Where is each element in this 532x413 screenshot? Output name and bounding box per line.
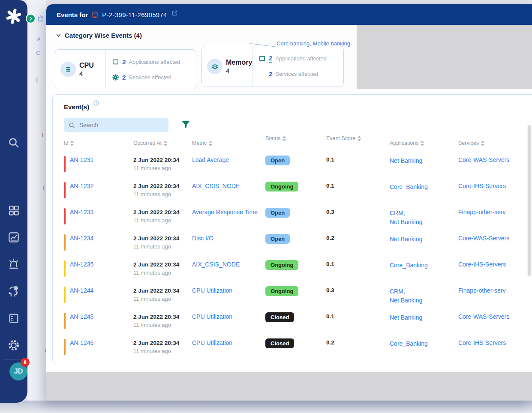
event-score: 0.3: [326, 284, 390, 310]
metric-link[interactable]: CPU Utilization: [192, 339, 232, 346]
event-id-link[interactable]: AN-1232: [70, 183, 93, 189]
status-badge: Open: [265, 208, 290, 218]
event-id-link[interactable]: AN-1231: [70, 156, 93, 163]
scrollbar-thumb[interactable]: [528, 125, 531, 276]
event-score: 0.1: [326, 179, 390, 205]
event-id-link[interactable]: AN-1245: [70, 313, 93, 320]
search-input[interactable]: [78, 121, 164, 129]
col-header-services[interactable]: Services: [458, 140, 532, 146]
services-link[interactable]: Core-WAS-Servers: [458, 156, 509, 163]
severity-bar: [64, 339, 66, 355]
card-count: 4: [79, 70, 94, 77]
metric-link[interactable]: AIX_CSIS_NODE: [192, 183, 240, 189]
applications-link[interactable]: Core_Banking: [390, 183, 428, 190]
applications-link[interactable]: Net Banking: [390, 314, 422, 321]
applications-link[interactable]: Core_Banking: [390, 262, 428, 269]
metric-link[interactable]: AIX_CSIS_NODE: [192, 261, 240, 268]
col-header-event-score[interactable]: Event Score: [326, 135, 390, 141]
app-window-icon: [112, 58, 119, 66]
sort-icon: [481, 141, 484, 146]
metric-link[interactable]: Load Average: [192, 156, 229, 163]
chart-icon: [7, 231, 20, 244]
metric-link[interactable]: Average Response Time: [192, 209, 258, 215]
event-score: 0.1: [326, 310, 390, 336]
col-header-applications[interactable]: Applications: [390, 140, 458, 146]
services-link[interactable]: Finapp-other-serv: [458, 209, 506, 215]
services-link[interactable]: Core-IHS-Servers: [458, 339, 506, 346]
table-row: AN-1244 2 Jun 2022 20:34 11 minutes ago …: [53, 284, 532, 310]
gear-icon: [7, 339, 20, 352]
category-section-toggle[interactable]: Category Wise Events (4): [56, 32, 142, 39]
event-id-link[interactable]: AN-1244: [70, 287, 93, 294]
applications-affected-label: Applications affected: [275, 55, 327, 62]
background-page-strip: A C ( I ( C: [27, 0, 46, 403]
applications-link[interactable]: Net Banking: [390, 157, 422, 164]
modal-title: Events for: [57, 11, 88, 18]
external-link-icon[interactable]: [171, 10, 178, 16]
event-id-link[interactable]: AN-1246: [70, 339, 93, 346]
category-card-cpu: CPU 4 2 Applications affected 2 Services…: [55, 49, 196, 90]
applications-affected-count[interactable]: 2: [122, 58, 126, 66]
events-modal: Events for P-2-399-11-26905974 Category …: [46, 4, 532, 401]
memory-chip-icon: [211, 63, 219, 71]
status-badge: Ongoing: [265, 260, 298, 270]
services-link[interactable]: Core-IHS-Servers: [458, 183, 506, 189]
services-affected-label: Services affected: [129, 74, 171, 81]
clipped-text: A: [37, 36, 41, 42]
applications-link[interactable]: CRM, Net Banking: [390, 209, 422, 225]
filter-funnel-icon[interactable]: [180, 119, 191, 130]
sidebar-item-alerts[interactable]: [7, 258, 20, 271]
applications-link[interactable]: Net Banking: [390, 236, 422, 242]
sort-icon: [358, 136, 361, 141]
card-name: Memory: [226, 59, 252, 66]
event-id-link[interactable]: AN-1233: [70, 209, 93, 215]
sidebar-item-insights[interactable]: [7, 285, 20, 298]
sidebar: [0, 0, 27, 403]
card-count: 4: [226, 67, 252, 74]
sidebar-item-settings[interactable]: [7, 339, 20, 352]
category-section: Category Wise Events (4) CPU 4 2: [46, 25, 357, 96]
sort-icon: [209, 141, 212, 146]
metric-link[interactable]: CPU Utilization: [192, 313, 232, 320]
occurred-at: 2 Jun 2022 20:34: [133, 156, 192, 164]
col-header-occurred-at[interactable]: Occurred At: [133, 140, 192, 146]
table-row: AN-1235 2 Jun 2022 20:34 11 minutes ago …: [53, 257, 532, 284]
table-body: AN-1231 2 Jun 2022 20:34 11 minutes ago …: [53, 153, 532, 362]
applications-link[interactable]: CRM, Net Banking: [390, 288, 422, 304]
metric-link[interactable]: Disc I/O: [192, 235, 213, 242]
event-score: 0.2: [326, 231, 390, 257]
col-header-id[interactable]: Id: [64, 140, 133, 146]
event-id-link[interactable]: AN-1235: [70, 261, 93, 268]
applications-link[interactable]: Core_Banking: [390, 340, 428, 347]
sidebar-item-analytics[interactable]: [7, 231, 20, 244]
category-section-title: Category Wise Events (4): [65, 32, 142, 39]
services-affected-count[interactable]: 2: [122, 74, 126, 81]
chevron-down-icon: [56, 33, 61, 38]
services-link[interactable]: Core-WAS-Servers: [458, 313, 509, 320]
table-row: AN-1233 2 Jun 2022 20:34 11 minutes ago …: [53, 205, 532, 231]
occurred-ago: 11 minutes ago: [133, 165, 192, 171]
gear-icon: [112, 74, 119, 81]
sidebar-item-search[interactable]: [7, 136, 20, 149]
info-icon[interactable]: [93, 100, 99, 106]
applications-affected-count[interactable]: 2: [269, 54, 272, 63]
services-link[interactable]: Core-WAS-Servers: [458, 235, 509, 242]
col-header-status[interactable]: Status: [265, 135, 326, 141]
event-id-link[interactable]: AN-1234: [70, 235, 93, 242]
col-header-metric[interactable]: Metric: [192, 140, 265, 146]
occurred-ago: 11 minutes ago: [133, 348, 192, 354]
occurred-ago: 11 minutes ago: [133, 191, 192, 198]
occurred-at: 2 Jun 2022 20:34: [133, 313, 192, 321]
table-row: AN-1231 2 Jun 2022 20:34 11 minutes ago …: [53, 153, 532, 179]
sidebar-item-dashboard[interactable]: [7, 204, 20, 217]
document-icon: [7, 312, 20, 325]
services-affected-count[interactable]: 2: [269, 70, 272, 78]
sidebar-item-reports[interactable]: [7, 312, 20, 325]
sidebar-expand-button[interactable]: [26, 14, 36, 24]
services-link[interactable]: Finapp-other-serv: [458, 287, 506, 294]
severity-bar: [64, 208, 66, 224]
severity-bar: [64, 234, 66, 251]
metric-link[interactable]: CPU Utilization: [192, 287, 232, 294]
app-logo-asterisk-icon: [5, 8, 22, 25]
services-link[interactable]: Core-IHS-Servers: [458, 261, 506, 268]
